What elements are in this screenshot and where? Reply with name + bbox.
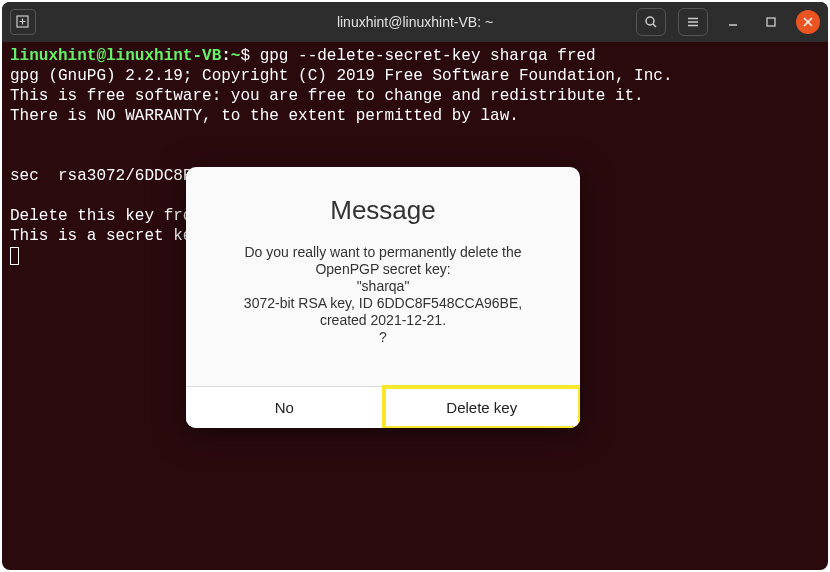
output-line: This is free software: you are free to c…: [10, 87, 644, 105]
dialog-text: Do you really want to permanently delete…: [214, 244, 552, 346]
prompt-separator: :: [221, 47, 231, 65]
terminal-window: linuxhint@linuxhint-VB: ~ linuxhint@linu…: [2, 2, 828, 570]
output-line: gpg (GnuPG) 2.2.19; Copyright (C) 2019 F…: [10, 67, 673, 85]
new-tab-icon: [16, 15, 30, 29]
output-line: sec rsa3072/6DDC8F: [10, 167, 192, 185]
minimize-icon: [727, 16, 739, 28]
dialog-title: Message: [214, 195, 552, 226]
titlebar-controls: [636, 8, 820, 36]
command-text: gpg --delete-secret-key sharqa fred: [260, 47, 596, 65]
maximize-button[interactable]: [758, 9, 784, 35]
svg-line-4: [653, 24, 656, 27]
window-title: linuxhint@linuxhint-VB: ~: [337, 14, 493, 30]
titlebar-left: [10, 9, 36, 35]
dialog-buttons: No Delete key: [186, 386, 580, 428]
search-icon: [644, 15, 658, 29]
output-line: Delete this key fro: [10, 207, 192, 225]
hamburger-menu-button[interactable]: [678, 8, 708, 36]
close-button[interactable]: [796, 10, 820, 34]
prompt-user: linuxhint@linuxhint-VB: [10, 47, 221, 65]
maximize-icon: [765, 16, 777, 28]
svg-point-3: [646, 17, 654, 25]
prompt-symbol: $: [240, 47, 259, 65]
terminal-cursor: [10, 247, 19, 265]
prompt-path: ~: [231, 47, 241, 65]
svg-rect-9: [767, 18, 775, 26]
dialog-content: Message Do you really want to permanentl…: [186, 167, 580, 386]
delete-key-button[interactable]: Delete key: [384, 387, 581, 428]
titlebar: linuxhint@linuxhint-VB: ~: [2, 2, 828, 42]
no-button[interactable]: No: [186, 387, 384, 428]
minimize-button[interactable]: [720, 9, 746, 35]
hamburger-icon: [686, 15, 700, 29]
output-line: There is NO WARRANTY, to the extent perm…: [10, 107, 519, 125]
close-icon: [803, 17, 813, 27]
confirm-dialog: Message Do you really want to permanentl…: [186, 167, 580, 428]
output-line: This is a secret ke: [10, 227, 192, 245]
search-button[interactable]: [636, 8, 666, 36]
new-tab-button[interactable]: [10, 9, 36, 35]
